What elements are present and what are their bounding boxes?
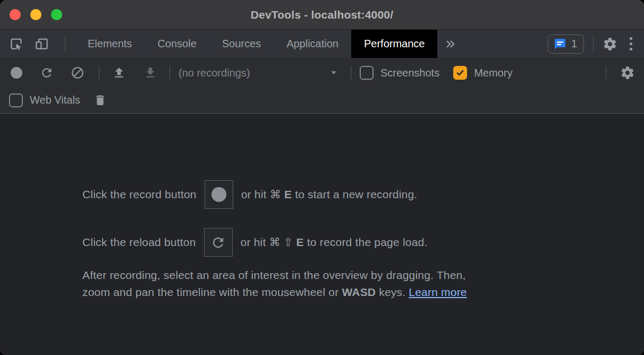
tips-line1: After recording, select an area of inter… [82, 267, 467, 284]
reload-hint-row: Click the reload button or hit ⌘ ⇧ E to … [82, 228, 427, 257]
clear-recordings-icon[interactable] [71, 66, 84, 80]
shift-key-glyph: ⇧ [284, 236, 296, 248]
web-vitals-label: Web Vitals [30, 94, 80, 106]
screenshots-toggle[interactable]: Screenshots [360, 66, 439, 80]
save-profile-icon[interactable] [143, 66, 157, 80]
web-vitals-toggle[interactable]: Web Vitals [9, 94, 80, 107]
toolbar-separator [99, 66, 99, 80]
load-profile-icon[interactable] [112, 66, 126, 80]
window-title: DevTools - localhost:4000/ [0, 9, 644, 21]
wasd-keys: WASD [342, 286, 376, 298]
recordings-dropdown[interactable]: (no recordings) [179, 67, 338, 79]
record-hint-prefix: Click the record button [82, 188, 197, 201]
record-hint-suffix: or hit ⌘ E to start a new recording. [241, 188, 418, 201]
memory-checkbox[interactable] [453, 66, 467, 80]
tab-elements[interactable]: Elements [75, 30, 145, 58]
chevron-down-icon [329, 69, 338, 77]
reload-icon [210, 235, 226, 250]
issues-count: 1 [571, 38, 577, 50]
settings-gear-icon[interactable] [603, 37, 617, 52]
devtools-window: DevTools - localhost:4000/ Elements Cons… [0, 0, 644, 355]
inspect-element-icon[interactable] [9, 37, 23, 51]
trash-icon[interactable] [94, 94, 107, 107]
tab-sources[interactable]: Sources [209, 30, 274, 58]
checkmark-icon [455, 68, 465, 78]
reload-and-record-button[interactable] [40, 66, 54, 80]
record-button[interactable] [11, 67, 22, 79]
tips-line2: zoom and pan the timeline with the mouse… [82, 284, 467, 301]
e-key-glyph: E [296, 236, 304, 248]
e-key-glyph: E [284, 188, 292, 200]
reload-demo-button[interactable] [204, 228, 233, 257]
more-tabs-icon[interactable] [444, 38, 456, 50]
learn-more-link[interactable]: Learn more [409, 286, 467, 298]
device-toolbar-icon[interactable] [35, 37, 49, 51]
reload-hint-prefix: Click the reload button [82, 236, 196, 249]
screenshots-checkbox[interactable] [360, 66, 374, 80]
performance-toolbar: (no recordings) Screenshots Memory [0, 58, 644, 114]
tabbar-separator [65, 37, 65, 51]
performance-landing-panel: Click the record button or hit ⌘ E to st… [0, 114, 644, 355]
cmd-key-glyph: ⌘ [270, 188, 284, 200]
tab-performance[interactable]: Performance [351, 30, 438, 58]
record-hint-row: Click the record button or hit ⌘ E to st… [82, 180, 417, 209]
more-options-icon[interactable] [626, 37, 635, 50]
toolbar-separator [351, 66, 351, 80]
recordings-dropdown-value: (no recordings) [179, 67, 250, 79]
memory-label: Memory [474, 67, 512, 79]
issues-badge[interactable]: 1 [548, 35, 584, 54]
memory-toggle[interactable]: Memory [453, 66, 512, 80]
record-demo-button[interactable] [205, 180, 233, 209]
issues-chat-icon [554, 38, 566, 50]
web-vitals-checkbox[interactable] [9, 94, 23, 107]
toolbar-separator [606, 66, 606, 80]
reload-hint-suffix: or hit ⌘ ⇧ E to record the page load. [241, 236, 428, 249]
cmd-key-glyph: ⌘ [269, 236, 283, 248]
record-circle-icon [211, 187, 226, 202]
capture-settings-gear-icon[interactable] [620, 65, 635, 80]
screenshots-label: Screenshots [380, 67, 439, 79]
toolbar-separator [170, 66, 170, 80]
tab-application[interactable]: Application [274, 30, 351, 58]
titlebar: DevTools - localhost:4000/ [0, 0, 644, 30]
tab-console[interactable]: Console [145, 30, 209, 58]
devtools-tabbar: Elements Console Sources Application Per… [0, 30, 644, 58]
panel-tabs: Elements Console Sources Application Per… [75, 30, 437, 58]
usage-tips: After recording, select an area of inter… [82, 267, 467, 301]
tabbar-right-separator [593, 37, 594, 51]
